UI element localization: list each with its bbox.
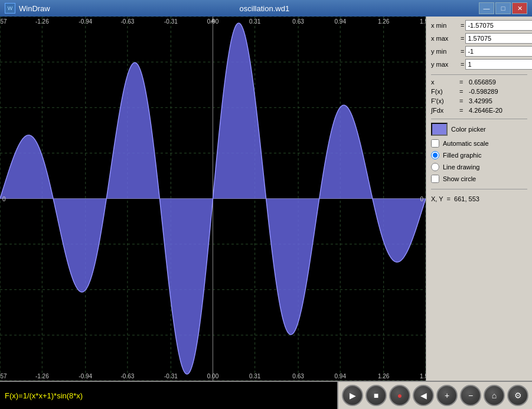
show-circle-checkbox[interactable] [431,175,439,183]
color-swatch[interactable] [431,123,448,136]
file-name: oscillation.wd1 [50,4,479,13]
xmax-label: x max [431,35,459,42]
x-value: 0.656859 [469,78,496,86]
line-drawing-row[interactable]: Line drawing [431,163,527,171]
int-value-label: ∫Fdx [431,107,459,114]
show-circle-label: Show circle [443,175,476,182]
window-controls: — □ ✕ [479,2,527,14]
ymin-row: y min = [431,46,527,57]
show-circle-row[interactable]: Show circle [431,175,527,183]
xmin-input[interactable] [465,20,532,31]
xy-value: 661, 553 [454,195,479,202]
formula-text: F(x)=1/(x*x+1)*sin(8*x) [5,391,83,400]
xy-coords: X, Y = 661, 553 [431,195,527,202]
int-value: 4.2646E-20 [469,107,502,114]
x-value-label: x [431,78,459,86]
line-drawing-radio[interactable] [431,163,439,171]
home-button[interactable]: ⌂ [484,385,505,406]
divider-1 [431,74,527,75]
xmin-row: x min = [431,20,527,31]
automatic-scale-checkbox[interactable] [431,139,439,148]
bottom-bar: F(x)=1/(x*x+1)*sin(8*x) ▶ ■ ● ◀ + − ⌂ ⚙ [0,381,532,409]
fpx-value: 3.42995 [469,97,492,104]
divider-3 [431,189,527,189]
play-icon: ▶ [350,391,356,400]
ymax-label: y max [431,61,459,68]
back-icon: ◀ [420,391,427,400]
stop-button[interactable]: ■ [365,385,387,406]
zoom-in-button[interactable]: + [436,385,458,406]
plus-icon: + [445,391,449,400]
formula-box: F(x)=1/(x*x+1)*sin(8*x) [0,382,338,409]
ymax-input[interactable] [465,59,532,70]
int-value-row: ∫Fdx = 4.2646E-20 [431,107,527,114]
filled-graphic-row[interactable]: Filled graphic [431,151,527,159]
fpx-value-label: F'(x) [431,97,459,104]
record-icon: ● [397,391,402,400]
play-button[interactable]: ▶ [342,385,363,406]
automatic-scale-row[interactable]: Automatic scale [431,139,527,148]
record-button[interactable]: ● [389,385,410,406]
stop-icon: ■ [374,391,378,400]
bottom-buttons: ▶ ■ ● ◀ + − ⌂ ⚙ [338,385,532,406]
fx-value-label: F(x) [431,88,459,95]
app-icon: W [5,3,15,14]
xmax-row: x max = [431,33,527,44]
main-area: 0 0 x min = x max = y min = y max = [0,17,532,381]
app-name: WinDraw [19,4,50,13]
home-icon: ⌂ [492,391,497,400]
divider-2 [431,119,527,119]
color-picker-row[interactable]: Color picker [431,123,527,136]
right-panel: x min = x max = y min = y max = x = 0.65… [426,17,532,381]
maximize-button[interactable]: □ [495,2,511,14]
settings-button[interactable]: ⚙ [507,385,528,406]
back-button[interactable]: ◀ [413,385,434,406]
minimize-button[interactable]: — [479,2,494,14]
minus-icon: − [468,391,473,400]
xmax-input[interactable] [465,33,532,44]
filled-graphic-radio[interactable] [431,151,439,159]
zoom-out-button[interactable]: − [460,385,481,406]
x-value-row: x = 0.656859 [431,78,527,86]
fx-value-row: F(x) = -0.598289 [431,88,527,95]
title-bar: W WinDraw oscillation.wd1 — □ ✕ [0,0,532,17]
line-drawing-label: Line drawing [443,163,479,171]
ymin-input[interactable] [465,46,532,57]
ymin-label: y min [431,48,459,55]
color-picker-label: Color picker [451,126,486,133]
fpx-value-row: F'(x) = 3.42995 [431,97,527,104]
filled-graphic-label: Filled graphic [443,152,481,159]
xmin-label: x min [431,22,459,29]
fx-value: -0.598289 [469,88,498,95]
gear-icon: ⚙ [514,391,522,400]
xy-label: X, Y [431,195,443,202]
close-button[interactable]: ✕ [512,2,527,14]
ymax-row: y max = [431,59,527,70]
automatic-scale-label: Automatic scale [443,140,489,147]
graph-area[interactable]: 0 0 [0,17,426,381]
